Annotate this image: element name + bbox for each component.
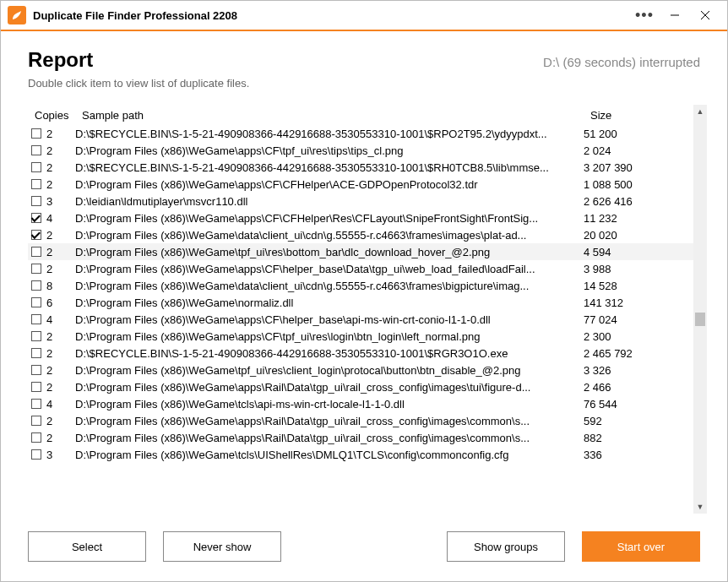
size-value: 2 300 <box>584 330 693 343</box>
copies-value: 6 <box>46 296 52 309</box>
more-button[interactable]: ••• <box>629 3 660 27</box>
table-row[interactable]: 2D:\Program Files (x86)\WeGame\apps\Rail… <box>28 378 693 395</box>
path-value: D:\Program Files (x86)\WeGame\apps\Rail\… <box>75 432 584 444</box>
table-row[interactable]: 2D:\Program Files (x86)\WeGame\apps\Rail… <box>28 412 693 429</box>
row-checkbox[interactable] <box>31 399 41 409</box>
copies-value: 2 <box>46 229 52 242</box>
row-checkbox[interactable] <box>31 128 41 139</box>
row-checkbox[interactable] <box>31 196 41 206</box>
header: Report D:\ (69 seconds) interrupted <box>1 31 727 72</box>
row-checkbox[interactable] <box>31 449 41 460</box>
path-value: D:\Program Files (x86)\WeGame\apps\CF\CF… <box>75 178 584 191</box>
hint-text: Double click item to view list of duplic… <box>1 72 727 98</box>
size-value: 2 024 <box>584 144 693 157</box>
minimize-icon <box>671 11 679 19</box>
table-row[interactable]: 3D:\leidian\ldmutiplayer\msvcr110.dll2 6… <box>28 193 693 209</box>
row-checkbox[interactable] <box>31 162 41 172</box>
row-checkbox[interactable] <box>31 382 41 392</box>
row-checkbox[interactable] <box>31 314 41 324</box>
row-checkbox[interactable] <box>31 280 41 291</box>
table-row[interactable]: 4D:\Program Files (x86)\WeGame\apps\CF\h… <box>28 311 693 328</box>
copies-value: 2 <box>46 178 52 191</box>
table-row[interactable]: 3D:\Program Files (x86)\WeGame\tcls\UISh… <box>28 446 693 463</box>
row-checkbox[interactable] <box>31 264 41 274</box>
page-title: Report <box>28 48 93 72</box>
table-row[interactable]: 4D:\Program Files (x86)\WeGame\tcls\api-… <box>28 395 693 412</box>
size-value: 77 024 <box>584 313 693 326</box>
minimize-button[interactable] <box>660 3 690 27</box>
path-value: D:\Program Files (x86)\WeGame\apps\CF\CF… <box>75 212 584 225</box>
table-row[interactable]: 2D:\Program Files (x86)\WeGame\tpf_ui\re… <box>28 243 693 260</box>
copies-value: 3 <box>46 195 52 208</box>
copies-value: 2 <box>46 432 52 444</box>
row-checkbox[interactable] <box>31 213 41 223</box>
copies-value: 8 <box>46 280 52 292</box>
row-checkbox[interactable] <box>31 145 41 155</box>
size-value: 141 312 <box>584 296 693 309</box>
row-checkbox[interactable] <box>31 331 41 341</box>
never-show-button[interactable]: Never show <box>163 531 281 562</box>
size-value: 2 626 416 <box>584 195 693 208</box>
col-header-copies[interactable]: Copies <box>28 107 75 123</box>
scroll-down-icon[interactable]: ▼ <box>693 500 707 514</box>
scroll-up-icon[interactable]: ▲ <box>693 105 707 118</box>
row-checkbox[interactable] <box>31 230 41 240</box>
table-row[interactable]: 2D:\$RECYCLE.BIN\S-1-5-21-490908366-4429… <box>28 159 693 176</box>
path-value: D:\Program Files (x86)\WeGame\apps\Rail\… <box>75 415 584 427</box>
copies-value: 4 <box>46 212 52 225</box>
size-value: 76 544 <box>584 398 693 411</box>
table-row[interactable]: 4D:\Program Files (x86)\WeGame\apps\CF\C… <box>28 209 693 226</box>
copies-value: 2 <box>46 364 52 377</box>
path-value: D:\Program Files (x86)\WeGame\apps\CF\he… <box>75 263 584 275</box>
copies-value: 2 <box>46 381 52 394</box>
table-row[interactable]: 8D:\Program Files (x86)\WeGame\data\clie… <box>28 277 693 294</box>
start-over-button[interactable]: Start over <box>582 531 700 562</box>
col-header-path[interactable]: Sample path <box>75 107 584 123</box>
scan-status: D:\ (69 seconds) interrupted <box>543 55 700 69</box>
app-icon <box>8 6 26 24</box>
table-area: Copies Sample path Size 2D:\$RECYCLE.BIN… <box>28 105 707 514</box>
row-checkbox[interactable] <box>31 365 41 375</box>
table-row[interactable]: 2D:\Program Files (x86)\WeGame\data\clie… <box>28 226 693 243</box>
table-row[interactable]: 2D:\$RECYCLE.BIN\S-1-5-21-490908366-4429… <box>28 125 693 142</box>
table-row[interactable]: 2D:\Program Files (x86)\WeGame\apps\CF\t… <box>28 142 693 159</box>
show-groups-button[interactable]: Show groups <box>447 531 565 562</box>
row-checkbox[interactable] <box>31 179 41 189</box>
table-header: Copies Sample path Size <box>28 105 693 125</box>
size-value: 3 988 <box>584 263 693 275</box>
table-row[interactable]: 6D:\Program Files (x86)\WeGame\normaliz.… <box>28 294 693 311</box>
row-checkbox[interactable] <box>31 247 41 257</box>
row-checkbox[interactable] <box>31 348 41 358</box>
path-value: D:\Program Files (x86)\WeGame\data\clien… <box>75 280 584 292</box>
size-value: 20 020 <box>584 229 693 242</box>
results-table: Copies Sample path Size 2D:\$RECYCLE.BIN… <box>28 105 693 514</box>
copies-value: 2 <box>46 144 52 157</box>
table-body: 2D:\$RECYCLE.BIN\S-1-5-21-490908366-4429… <box>28 125 693 514</box>
path-value: D:\$RECYCLE.BIN\S-1-5-21-490908366-44291… <box>75 347 584 360</box>
path-value: D:\Program Files (x86)\WeGame\tcls\api-m… <box>75 398 584 411</box>
row-checkbox[interactable] <box>31 297 41 307</box>
table-row[interactable]: 2D:\Program Files (x86)\WeGame\apps\Rail… <box>28 429 693 446</box>
footer: Select Never show Show groups Start over <box>1 514 727 581</box>
vertical-scrollbar[interactable]: ▲ ▼ <box>693 105 707 514</box>
table-row[interactable]: 2D:\Program Files (x86)\WeGame\tpf_ui\re… <box>28 362 693 378</box>
copies-value: 3 <box>46 449 52 461</box>
table-row[interactable]: 2D:\Program Files (x86)\WeGame\apps\CF\C… <box>28 176 693 193</box>
table-row[interactable]: 2D:\$RECYCLE.BIN\S-1-5-21-490908366-4429… <box>28 345 693 362</box>
row-checkbox[interactable] <box>31 416 41 426</box>
size-value: 1 088 500 <box>584 178 693 191</box>
size-value: 11 232 <box>584 212 693 225</box>
close-button[interactable] <box>690 3 720 27</box>
app-title: Duplicate File Finder Professional 2208 <box>33 9 237 22</box>
path-value: D:\$RECYCLE.BIN\S-1-5-21-490908366-44291… <box>75 161 584 174</box>
col-header-size[interactable]: Size <box>584 107 693 123</box>
table-row[interactable]: 2D:\Program Files (x86)\WeGame\apps\CF\t… <box>28 328 693 345</box>
path-value: D:\Program Files (x86)\WeGame\data\clien… <box>75 229 584 242</box>
row-checkbox[interactable] <box>31 432 41 443</box>
scroll-thumb[interactable] <box>695 313 705 326</box>
table-row[interactable]: 2D:\Program Files (x86)\WeGame\apps\CF\h… <box>28 260 693 277</box>
path-value: D:\Program Files (x86)\WeGame\apps\Rail\… <box>75 381 584 394</box>
titlebar: Duplicate File Finder Professional 2208 … <box>1 1 727 31</box>
size-value: 51 200 <box>584 128 693 140</box>
select-button[interactable]: Select <box>28 531 146 562</box>
